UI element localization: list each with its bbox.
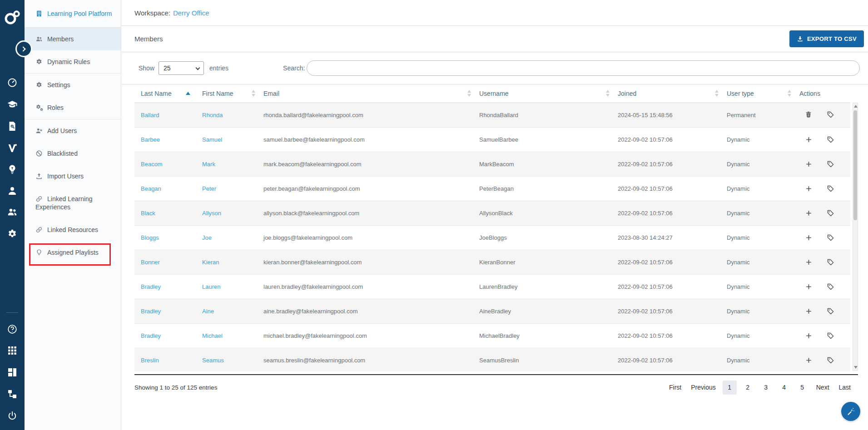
member-last-name-link[interactable]: Bradley	[141, 283, 161, 290]
member-first-name-link[interactable]: Lauren	[202, 283, 220, 290]
power-icon[interactable]	[7, 410, 18, 421]
entries-label: entries	[209, 64, 228, 72]
column-header-last-name[interactable]: Last Name	[134, 84, 196, 103]
pagination-page-3-button[interactable]: 3	[759, 381, 773, 395]
member-tags-icon[interactable]	[827, 209, 835, 217]
member-last-name-link[interactable]: Bradley	[141, 332, 161, 339]
gears-icon	[35, 104, 43, 111]
sidebar-item-linked-resources[interactable]: Linked Resources	[25, 218, 121, 241]
column-header-username[interactable]: Username	[473, 84, 611, 103]
sidebar-expand-button[interactable]	[15, 40, 32, 57]
add-member-icon[interactable]	[805, 356, 813, 365]
member-first-name-link[interactable]: Peter	[202, 185, 216, 192]
pagination-page-1-button[interactable]: 1	[723, 381, 737, 395]
member-tags-icon[interactable]	[827, 160, 835, 168]
member-last-name-link[interactable]: Bradley	[141, 308, 161, 315]
column-header-joined[interactable]: Joined	[611, 84, 720, 103]
learning-pool-logo[interactable]	[3, 8, 21, 26]
v-flag-icon[interactable]	[7, 143, 18, 153]
document-search-icon[interactable]	[7, 121, 18, 132]
member-tags-icon[interactable]	[827, 283, 835, 291]
pagination-first-button[interactable]: First	[666, 381, 684, 394]
scroll-up-arrow[interactable]	[854, 105, 858, 108]
member-first-name-link[interactable]: Aine	[202, 308, 214, 315]
gear-icon	[35, 81, 43, 89]
pagination-previous-button[interactable]: Previous	[688, 381, 718, 394]
member-last-name-link[interactable]: Black	[141, 210, 155, 217]
sidebar-item-settings[interactable]: Settings	[25, 74, 121, 96]
add-member-icon[interactable]	[805, 160, 813, 168]
add-member-icon[interactable]	[805, 234, 813, 242]
pagination-last-button[interactable]: Last	[836, 381, 853, 394]
pagination-next-button[interactable]: Next	[813, 381, 832, 394]
column-header-email[interactable]: Email	[257, 84, 473, 103]
dashboard-tiles-icon[interactable]	[7, 367, 18, 378]
member-last-name-link[interactable]: Beacom	[141, 161, 163, 168]
sidebar-item-learning-pool-platform[interactable]: Learning Pool Platform	[25, 0, 121, 27]
add-member-icon[interactable]	[805, 283, 813, 291]
dashboard-icon[interactable]	[7, 77, 18, 88]
add-member-icon[interactable]	[805, 307, 813, 316]
sidebar-item-members[interactable]: Members	[25, 28, 121, 50]
add-member-icon[interactable]	[805, 209, 813, 217]
member-first-name-link[interactable]: Kieran	[202, 259, 219, 266]
member-last-name-link[interactable]: Bloggs	[141, 234, 159, 241]
member-last-name-link[interactable]: Bonner	[141, 259, 160, 266]
hierarchy-icon[interactable]	[7, 389, 18, 400]
help-icon[interactable]	[7, 324, 18, 335]
member-first-name-link[interactable]: Allyson	[202, 210, 221, 217]
member-last-name-link[interactable]: Ballard	[141, 112, 159, 119]
member-first-name-link[interactable]: Rhonda	[202, 112, 223, 119]
sidebar-item-linked-learning-experiences[interactable]: Linked Learning Experiences	[25, 188, 121, 218]
member-tags-icon[interactable]	[827, 136, 835, 144]
member-tags-icon[interactable]	[827, 307, 835, 316]
member-actions-cell	[793, 177, 850, 201]
member-first-name-link[interactable]: Samuel	[202, 136, 222, 143]
member-tags-icon[interactable]	[827, 111, 835, 119]
vertical-scrollbar[interactable]	[853, 103, 858, 371]
sidebar-item-import-users[interactable]: Import Users	[25, 165, 121, 188]
sidebar-item-assigned-playlists[interactable]: Assigned Playlists	[25, 241, 121, 264]
workspace-name-link[interactable]: Derry Office	[173, 9, 209, 17]
column-header-user-type[interactable]: User type	[720, 84, 793, 103]
search-input[interactable]	[307, 60, 860, 76]
add-member-icon[interactable]	[805, 185, 813, 193]
column-header-first-name[interactable]: First Name	[196, 84, 257, 103]
member-first-name-link[interactable]: Seamus	[202, 357, 224, 364]
member-tags-icon[interactable]	[827, 234, 835, 242]
member-first-name-link[interactable]: Joe	[202, 234, 212, 241]
add-member-icon[interactable]	[805, 136, 813, 144]
member-first-name-link[interactable]: Michael	[202, 332, 223, 339]
scrollbar-thumb[interactable]	[853, 110, 857, 220]
export-to-csv-button[interactable]: EXPORT TO CSV	[789, 30, 864, 47]
users-icon[interactable]	[7, 207, 18, 217]
pagination-page-4-button[interactable]: 4	[777, 381, 791, 395]
member-tags-icon[interactable]	[827, 332, 835, 340]
sidebar-item-add-users[interactable]: Add Users	[25, 119, 121, 142]
lightbulb-icon[interactable]	[7, 164, 18, 175]
apps-grid-icon[interactable]	[7, 345, 18, 356]
sidebar-item-roles[interactable]: Roles	[25, 96, 121, 119]
member-tags-icon[interactable]	[827, 185, 835, 193]
member-last-name-link[interactable]: Breslin	[141, 357, 159, 364]
member-last-name-link[interactable]: Barbee	[141, 136, 160, 143]
magic-wand-fab-button[interactable]	[841, 402, 860, 421]
add-member-icon[interactable]	[805, 332, 813, 340]
member-tags-icon[interactable]	[827, 258, 835, 267]
pagination-page-2-button[interactable]: 2	[741, 381, 755, 395]
add-member-icon[interactable]	[805, 258, 813, 267]
member-row: Beacom Mark mark.beacom@fakelearningpool…	[134, 152, 850, 177]
member-tags-icon[interactable]	[827, 356, 835, 365]
user-icon[interactable]	[7, 185, 18, 196]
scroll-down-arrow[interactable]	[854, 366, 858, 369]
member-last-name-link[interactable]: Beagan	[141, 185, 161, 192]
member-first-name-link[interactable]: Mark	[202, 161, 215, 168]
page-length-select[interactable]: 25	[159, 61, 204, 75]
delete-member-icon[interactable]	[805, 111, 813, 119]
sidebar-item-blacklisted[interactable]: Blacklisted	[25, 142, 121, 165]
gear-icon[interactable]	[7, 228, 18, 239]
sidebar-item-dynamic-rules[interactable]: Dynamic Rules	[25, 50, 121, 73]
pagination-page-5-button[interactable]: 5	[795, 381, 809, 395]
graduation-cap-icon[interactable]	[7, 99, 18, 110]
member-row: Bonner Kieran kieran.bonner@fakelearning…	[134, 250, 850, 275]
